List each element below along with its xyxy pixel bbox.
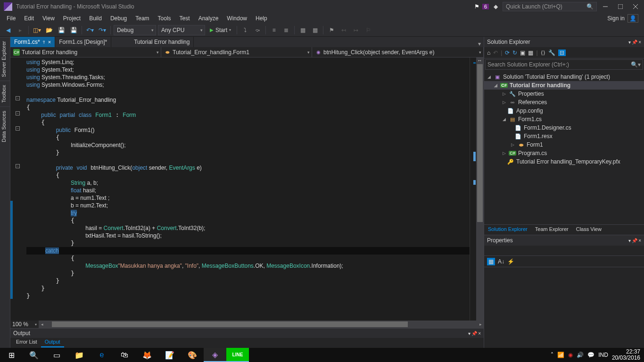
indent-icon[interactable]: ≡ [269, 25, 279, 35]
tab-solution-explorer[interactable]: Solution Explorer [484, 225, 531, 235]
menu-test[interactable]: Test [176, 14, 194, 23]
sync-icon[interactable]: ⟳ [505, 49, 510, 56]
tree-form1designer[interactable]: 📄 Form1.Designer.cs [484, 123, 644, 132]
task-view-button[interactable]: ▭ [45, 348, 68, 362]
tree-references[interactable]: ▷▫▫ References [484, 98, 644, 107]
tree-programcs[interactable]: ▷C# Program.cs [484, 149, 644, 157]
tree-tempkey[interactable]: 🔑 Tutorial Error handling_TemporaryKey.p… [484, 157, 644, 166]
dropdown-icon[interactable]: ▾ [628, 40, 631, 45]
tabs-overflow-icon[interactable]: ▾ [475, 41, 484, 47]
clock[interactable]: 22:37 20/03/2016 [612, 349, 640, 361]
outline-collapse-icon[interactable]: − [16, 111, 20, 115]
user-icon[interactable]: 👤 [627, 14, 638, 23]
pin-icon[interactable]: 📌 [632, 40, 637, 45]
firefox-icon[interactable]: 🦊 [136, 348, 158, 362]
wifi-icon[interactable]: 📶 [557, 352, 564, 358]
platform-combo[interactable]: Any CPU [158, 25, 205, 35]
solution-tree[interactable]: ◢▣ Solution 'Tutorial Error handling' (1… [484, 71, 644, 224]
outline-collapse-icon[interactable]: − [16, 126, 20, 131]
collapse-icon[interactable]: ▣ [520, 49, 525, 56]
tab-team-explorer[interactable]: Team Explorer [531, 225, 572, 235]
properties-object-combo[interactable] [484, 246, 644, 256]
close-icon[interactable]: × [478, 331, 481, 336]
menu-help[interactable]: Help [252, 14, 271, 23]
dropdown-icon[interactable]: ▾ [468, 331, 471, 336]
properties-icon[interactable]: ⟨⟩ [541, 49, 545, 56]
refresh-icon[interactable]: ↻ [512, 49, 517, 56]
tree-project[interactable]: ◢C# Tutorial Error handling [484, 81, 644, 90]
open-file-button[interactable]: 📂 [44, 25, 54, 35]
scroll-left-icon[interactable]: ◂ [39, 322, 45, 327]
step-over-icon[interactable]: ⤼ [252, 25, 263, 35]
redo-button[interactable]: ↷▾ [97, 25, 107, 35]
outdent-icon[interactable]: ≣ [281, 25, 291, 35]
visual-studio-icon[interactable]: ◈ [204, 348, 226, 362]
action-center-icon[interactable]: 💬 [587, 352, 594, 358]
tab-class-view[interactable]: Class View [572, 225, 605, 235]
uncomment-icon[interactable]: ▦ [310, 25, 320, 35]
server-explorer-tab[interactable]: Server Explorer [0, 37, 10, 81]
maximize-button[interactable] [614, 1, 627, 12]
edge-icon[interactable]: e [91, 348, 113, 362]
code-content[interactable]: using System.Linq; using System.Text; us… [23, 58, 470, 321]
output-tab[interactable]: Output [41, 338, 64, 347]
notification-count[interactable]: 6 [482, 4, 489, 9]
prev-bookmark-icon[interactable]: ↤ [339, 25, 349, 35]
toolbox-tab[interactable]: Toolbox [0, 81, 10, 107]
close-button[interactable] [629, 1, 642, 12]
menu-debug[interactable]: Debug [107, 14, 131, 23]
menu-team[interactable]: Team [132, 14, 153, 23]
menu-view[interactable]: View [39, 14, 58, 23]
alphabetical-icon[interactable]: A↓ [498, 258, 504, 265]
error-list-tab[interactable]: Error List [12, 338, 41, 347]
zoom-combo[interactable]: 100 % [10, 321, 39, 328]
nav-back-button[interactable]: ◀ [3, 25, 13, 35]
preview-icon[interactable]: ⊟ [558, 49, 566, 56]
tree-solution-root[interactable]: ◢▣ Solution 'Tutorial Error handling' (1… [484, 73, 644, 81]
close-icon[interactable]: × [638, 40, 641, 45]
menu-analyze[interactable]: Analyze [195, 14, 223, 23]
store-icon[interactable]: 🛍 [113, 348, 136, 362]
step-into-icon[interactable]: ⤵ [240, 25, 250, 35]
scroll-right-icon[interactable]: ▸ [477, 322, 484, 327]
categorized-icon[interactable]: ▦ [487, 258, 495, 265]
nav-member-combo[interactable]: ◉ btnHitung_Click(object sender, EventAr… [312, 47, 484, 57]
nav-project-combo[interactable]: C# Tutorial Error handling [10, 47, 161, 57]
menu-edit[interactable]: Edit [20, 14, 38, 23]
dropdown-icon[interactable]: ▾ [628, 238, 631, 243]
paint-icon[interactable]: 🎨 [181, 348, 204, 362]
config-combo[interactable]: Debug [114, 25, 156, 35]
wrench-icon[interactable]: 🔧 [548, 49, 555, 56]
solution-search-input[interactable]: Search Solution Explorer (Ctrl+;) 🔍▾ [485, 59, 643, 70]
start-button[interactable]: ▶ Start ▾ [207, 25, 234, 35]
pin-icon[interactable]: 📌 [632, 238, 637, 243]
minimize-button[interactable] [599, 1, 612, 12]
notification-flag-icon[interactable]: ⚑ [474, 3, 479, 10]
back-icon[interactable]: ↶ [493, 49, 498, 56]
menu-project[interactable]: Project [59, 14, 84, 23]
nav-fwd-button[interactable]: ▸ [15, 25, 25, 35]
undo-button[interactable]: ↶▾ [85, 25, 95, 35]
horizontal-scrollbar[interactable] [52, 321, 471, 328]
save-all-button[interactable]: 💾 [68, 25, 79, 35]
pin-icon[interactable]: ⫯ [43, 40, 45, 45]
outline-collapse-icon[interactable]: − [16, 96, 20, 100]
code-editor[interactable]: − − − − using System.Linq; using System.… [10, 58, 484, 321]
show-all-icon[interactable]: ▦ [528, 49, 533, 56]
search-button[interactable]: 🔍 [23, 348, 45, 362]
events-icon[interactable]: ⚡ [507, 258, 514, 265]
tab-form1-cs[interactable]: Form1.cs* ⫯ × [10, 37, 55, 47]
clear-bookmark-icon[interactable]: ⚐ [363, 25, 373, 35]
tree-form1class[interactable]: ▷⬬ Form1 [484, 140, 644, 149]
tree-form1cs[interactable]: ◢▤ Form1.cs [484, 115, 644, 123]
nav-class-combo[interactable]: ⬬ Tutorial_Error_handling.Form1 [161, 47, 312, 57]
scrollbar-thumb[interactable] [52, 321, 408, 327]
tab-form1-design[interactable]: Form1.cs [Design]* [55, 37, 111, 47]
start-menu-button[interactable]: ⊞ [0, 348, 23, 362]
line-icon[interactable]: LINE [226, 348, 249, 362]
tree-form1resx[interactable]: 📄 Form1.resx [484, 132, 644, 140]
tab-tutorial[interactable]: Tutorial Error handling [130, 37, 194, 47]
tray-app-icon[interactable]: ◉ [568, 352, 573, 358]
menu-tools[interactable]: Tools [154, 14, 175, 23]
save-button[interactable]: 💾 [56, 25, 66, 35]
